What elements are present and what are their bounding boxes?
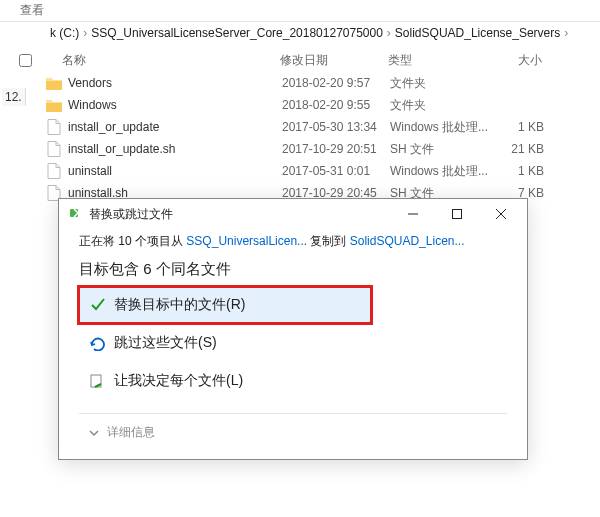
chevron-down-icon bbox=[85, 427, 103, 439]
breadcrumb-seg-2[interactable]: SSQ_UniversalLicenseServer_Core_20180127… bbox=[91, 26, 383, 40]
breadcrumb[interactable]: k (C:) › SSQ_UniversalLicenseServer_Core… bbox=[0, 22, 600, 44]
col-name[interactable]: 名称 bbox=[50, 52, 280, 69]
maximize-button[interactable] bbox=[435, 200, 479, 228]
line-marker: 12. bbox=[2, 88, 26, 106]
file-icon bbox=[44, 163, 64, 179]
file-list: Vendors 2018-02-20 9:57 文件夹 Windows 2018… bbox=[0, 72, 600, 204]
col-type[interactable]: 类型 bbox=[388, 52, 488, 69]
folder-icon bbox=[44, 76, 64, 90]
select-all-checkbox[interactable] bbox=[19, 54, 32, 67]
details-label: 详细信息 bbox=[107, 424, 155, 441]
chevron-right-icon: › bbox=[564, 26, 568, 40]
copy-icon bbox=[67, 206, 83, 222]
skip-icon bbox=[88, 335, 108, 351]
check-icon bbox=[88, 297, 108, 313]
main-toolbar: 查看 bbox=[0, 0, 600, 22]
file-icon bbox=[44, 141, 64, 157]
dialog-title: 替换或跳过文件 bbox=[89, 206, 391, 223]
list-item[interactable]: install_or_update.sh 2017-10-29 20:51 SH… bbox=[0, 138, 600, 160]
chevron-right-icon: › bbox=[387, 26, 391, 40]
dest-link[interactable]: SolidSQUAD_Licen... bbox=[350, 234, 465, 248]
file-icon bbox=[44, 119, 64, 135]
dialog-subtitle: 目标包含 6 个同名文件 bbox=[79, 260, 507, 279]
minimize-button[interactable] bbox=[391, 200, 435, 228]
dialog-titlebar[interactable]: 替换或跳过文件 bbox=[59, 199, 527, 229]
decide-icon bbox=[88, 373, 108, 389]
toolbar-view[interactable]: 查看 bbox=[20, 2, 44, 19]
chevron-right-icon: › bbox=[83, 26, 87, 40]
details-toggle[interactable]: 详细信息 bbox=[79, 413, 507, 441]
col-date[interactable]: 修改日期 bbox=[280, 52, 388, 69]
options: 替换目标中的文件(R) 跳过这些文件(S) 让我决定每个文件(L) bbox=[79, 287, 507, 399]
column-headers: 名称 修改日期 类型 大小 bbox=[0, 48, 600, 72]
option-skip[interactable]: 跳过这些文件(S) bbox=[79, 325, 507, 361]
breadcrumb-seg-3[interactable]: SolidSQUAD_License_Servers bbox=[395, 26, 560, 40]
list-item[interactable]: uninstall 2017-05-31 0:01 Windows 批处理...… bbox=[0, 160, 600, 182]
option-replace[interactable]: 替换目标中的文件(R) bbox=[79, 287, 371, 323]
replace-skip-dialog: 替换或跳过文件 正在将 10 个项目从 SSQ_UniversalLicen..… bbox=[58, 198, 528, 460]
svg-rect-1 bbox=[453, 210, 462, 219]
breadcrumb-seg-1[interactable]: k (C:) bbox=[50, 26, 79, 40]
col-size[interactable]: 大小 bbox=[488, 52, 548, 69]
copy-status-text: 正在将 10 个项目从 SSQ_UniversalLicen... 复制到 So… bbox=[79, 233, 507, 250]
list-item[interactable]: install_or_update 2017-05-30 13:34 Windo… bbox=[0, 116, 600, 138]
svg-rect-0 bbox=[70, 209, 78, 217]
list-item[interactable]: Windows 2018-02-20 9:55 文件夹 bbox=[0, 94, 600, 116]
folder-icon bbox=[44, 98, 64, 112]
close-button[interactable] bbox=[479, 200, 523, 228]
option-decide[interactable]: 让我决定每个文件(L) bbox=[79, 363, 507, 399]
source-link[interactable]: SSQ_UniversalLicen... bbox=[186, 234, 307, 248]
list-item[interactable]: Vendors 2018-02-20 9:57 文件夹 bbox=[0, 72, 600, 94]
